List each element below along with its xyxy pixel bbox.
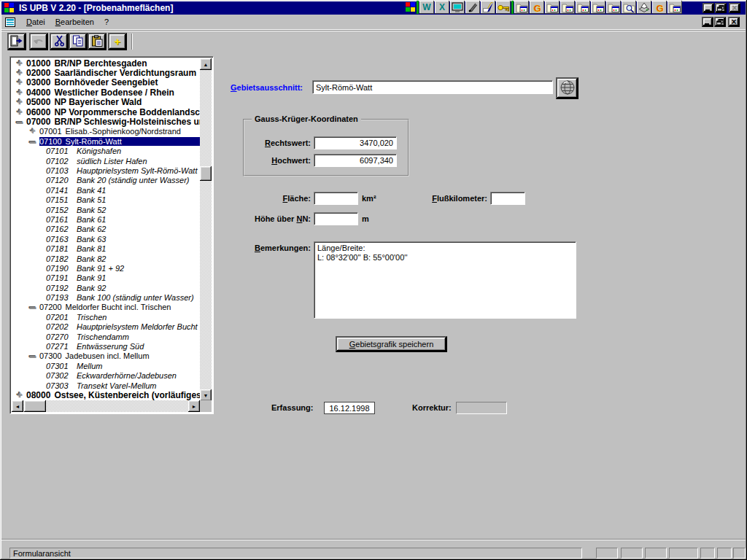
collapse-minus-icon[interactable]: ▬ [15,118,24,125]
tree-item-08000[interactable]: ✚08000Ostsee, Küstenbereich (vorläufiges [12,390,200,400]
tree-item-07302[interactable]: 07302Eckwarderhörne/Jadebusen [12,371,200,381]
scroll-right-button[interactable]: ► [188,400,200,412]
app-grid-icon[interactable] [406,2,416,12]
scroll-up-button[interactable]: ▲ [200,58,212,70]
folder-icon[interactable] [576,1,590,14]
tree-item-03000[interactable]: ✚03000Bornhöveder Seengebiet [12,78,200,88]
tree-vscrollbar[interactable]: ▲ ▼ [200,58,212,401]
tree-hscrollbar[interactable]: ◄ ► [12,400,200,412]
menu-datei[interactable]: Datei [21,16,50,28]
tree-item-07161[interactable]: 07161Bank 61 [12,214,200,224]
korrektur-label: Korrektur: [412,403,452,412]
tree-item-07182[interactable]: 07182Bank 82 [12,254,200,263]
tree-item-07152[interactable]: 07152Bank 52 [12,205,200,214]
expand-plus-icon[interactable]: ✚ [15,79,24,86]
add-button[interactable]: + [108,33,127,50]
cut-button[interactable] [50,33,69,50]
scroll-down-button[interactable]: ▼ [200,389,212,401]
tree-item-07000[interactable]: ▬07000BR/NP Schleswig-Holsteinisches un [12,117,200,126]
expand-plus-icon[interactable]: ✚ [15,60,24,67]
ink-pen-icon[interactable] [481,1,495,14]
collapse-minus-icon[interactable]: ▬ [28,138,37,145]
expand-plus-icon[interactable]: ✚ [15,392,24,399]
upb-g-icon[interactable]: G [652,1,667,14]
tree-item-07201[interactable]: 07201Trischen [12,312,200,322]
tree-item-05000[interactable]: ✚05000NP Bayerischer Wald [12,98,200,107]
mdi-close-button[interactable]: × [728,17,740,27]
tree-item-07303[interactable]: 07303Transekt Varel-Mellum [12,381,200,390]
word-icon[interactable]: W [419,1,434,14]
tree-item-07300[interactable]: ▬07300Jadebusen incl. Mellum [12,351,200,361]
monitor-icon[interactable] [450,1,465,14]
tree-item-07101[interactable]: 07101Königshafen [12,147,200,156]
copy-button[interactable] [69,33,88,50]
tree-item-07270[interactable]: 07270Trischendamm [12,332,200,341]
document-icon[interactable] [5,17,15,27]
tree-item-07103[interactable]: 07103Hauptprielsystem Sylt-Römö-Watt [12,166,200,175]
tree-item-07151[interactable]: 07151Bank 51 [12,195,200,204]
tree-item-07301[interactable]: 07301Mellum [12,361,200,370]
menu-help[interactable]: ? [99,16,114,28]
tree-item-07193[interactable]: 07193Bank 100 (ständig unter Wasser) [12,292,200,302]
hochwert-input[interactable] [314,154,397,167]
rechtswert-input[interactable] [314,136,397,149]
printer-icon[interactable] [637,1,651,14]
upb-g-icon[interactable]: G [530,1,544,14]
folder-icon[interactable] [591,1,605,14]
undo-button[interactable] [29,33,48,50]
expand-plus-icon[interactable]: ✚ [15,69,24,77]
mdi-restore-button[interactable] [714,17,726,27]
exit-button[interactable] [7,33,26,50]
tree-item-01000[interactable]: ✚01000BR/NP Berchtesgaden [12,58,200,68]
vscroll-thumb[interactable] [200,166,212,181]
folder-icon[interactable] [667,1,682,14]
hscroll-thumb[interactable] [24,400,46,412]
expand-plus-icon[interactable]: ✚ [15,89,24,96]
folder-icon[interactable] [560,1,575,14]
search-folder-icon[interactable] [622,1,636,14]
folder-icon[interactable] [606,1,621,14]
gebietsausschnitt-input[interactable] [312,80,553,94]
scroll-left-button[interactable]: ◄ [12,400,23,412]
tree-item-07202[interactable]: 07202Hauptprielsystem Meldorfer Bucht [12,322,200,332]
key-icon[interactable] [496,1,511,14]
tree-item-07141[interactable]: 07141Bank 41 [12,185,200,195]
tree-item-07100[interactable]: ▬07100Sylt-Römö-Watt [12,136,200,146]
tree-item-02000[interactable]: ✚02000Saarländischer Verdichtungsraum [12,68,200,77]
tree-item-07120[interactable]: 07120Bank 20 (ständig unter Wasser) [12,176,200,185]
folder-icon[interactable] [514,1,529,14]
close-button[interactable]: × [729,3,740,13]
collapse-minus-icon[interactable]: ▬ [28,303,37,311]
restore-button[interactable] [715,3,727,13]
menu-bearbeiten[interactable]: Bearbeiten [50,16,99,28]
save-graphic-button[interactable]: Gebietsgrafik speichern [336,336,447,352]
expand-plus-icon[interactable]: ✚ [15,109,24,116]
paste-button[interactable] [88,33,107,50]
tree-item-07163[interactable]: 07163Bank 63 [12,234,200,244]
tree-item-07102[interactable]: 07102südlich Lister Hafen [12,156,200,166]
collapse-minus-icon[interactable]: ▬ [28,352,37,359]
tree-item-07200[interactable]: ▬07200Meldorfer Bucht incl. Trischen [12,303,200,312]
folder-icon[interactable] [545,1,560,14]
mdi-minimize-button[interactable] [702,17,713,27]
status-panel [733,548,746,559]
expand-plus-icon[interactable]: ✚ [28,128,37,135]
tree-item-04000[interactable]: ✚04000Westlicher Bodensee / Rhein [12,88,200,97]
binder-clip-icon[interactable] [465,1,480,14]
tree-item-07001[interactable]: ✚07001Elisab.-Sophienkoog/Nordstrand [12,127,200,136]
tree-item-07162[interactable]: 07162Bank 62 [12,225,200,234]
flaeche-input[interactable] [314,192,358,205]
tree-item-07181[interactable]: 07181Bank 81 [12,244,200,253]
bemerkungen-textarea[interactable]: Länge/Breite: L: 08°32'00'' B: 55°00'00'… [314,241,576,319]
tree-item-07271[interactable]: 07271Entwässerung Süd [12,341,200,351]
tree-item-07190[interactable]: 07190Bank 91 + 92 [12,263,200,273]
minimize-button[interactable] [703,3,714,13]
tree-item-07191[interactable]: 07191Bank 91 [12,273,200,283]
tree-item-07192[interactable]: 07192Bank 92 [12,283,200,292]
tree-item-06000[interactable]: ✚06000NP Vorpommersche Boddenlandsch [12,107,200,117]
flusskilometer-input[interactable] [490,192,525,205]
map-globe-button[interactable] [556,77,578,99]
expand-plus-icon[interactable]: ✚ [15,98,24,106]
excel-icon[interactable]: X [435,1,449,14]
hoehe-input[interactable] [314,212,358,225]
